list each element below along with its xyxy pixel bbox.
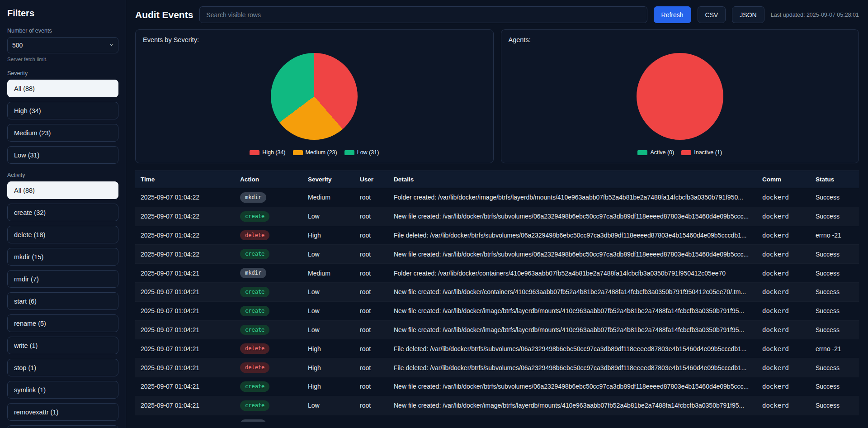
filter-activity-start-6[interactable]: start (6) (7, 292, 118, 310)
filter-severity-all-88[interactable]: All (88) (7, 80, 118, 97)
filter-severity-medium-23[interactable]: Medium (23) (7, 124, 118, 142)
cell-action: create (235, 396, 302, 415)
cell-comm: dockerd (757, 245, 810, 264)
action-badge: create (240, 325, 269, 335)
legend-label: Active (0) (650, 149, 674, 156)
cell-status: Success (810, 415, 859, 422)
json-export-button[interactable]: JSON (732, 6, 764, 23)
number-of-events-help: Server fetch limit. (7, 57, 118, 62)
filter-activity-symlink-1[interactable]: symlink (1) (7, 381, 118, 399)
column-header-action: Action (235, 171, 302, 188)
cell-status: Success (810, 282, 859, 301)
table-row: 2025-09-07 01:04:21createLowrootNew file… (135, 396, 859, 415)
filter-activity-stop-1[interactable]: stop (1) (7, 359, 118, 376)
filter-activity-create-32[interactable]: create (32) (7, 204, 118, 221)
action-badge: delete (240, 362, 269, 373)
main-content: Audit Events Refresh CSV JSON Last updat… (126, 0, 868, 428)
agents-chart-title: Agents: (509, 36, 852, 43)
cell-action: delete (235, 226, 302, 245)
legend-swatch (293, 150, 303, 155)
column-header-time: Time (135, 171, 235, 188)
filter-activity-all-88[interactable]: All (88) (7, 181, 118, 199)
filter-activity-setxattr-1[interactable]: setxattr (1) (7, 425, 118, 428)
cell-severity: Low (302, 301, 354, 320)
action-badge: create (240, 211, 269, 222)
cell-severity: High (302, 339, 354, 358)
cell-severity: Low (302, 396, 354, 415)
filter-activity-delete-18[interactable]: delete (18) (7, 226, 118, 243)
cell-details: New file created: /var/lib/docker/btrfs/… (388, 207, 757, 226)
cell-details: Folder created: /var/lib/docker/btrfs/su… (388, 415, 757, 422)
charts-row: Events by Severity: High (34)Medium (23)… (135, 29, 859, 163)
cell-action: create (235, 320, 302, 339)
cell-time: 2025-09-07 01:04:21 (135, 415, 235, 422)
table-row: 2025-09-07 01:04:21createLowrootNew file… (135, 282, 859, 301)
filter-severity-high-34[interactable]: High (34) (7, 102, 118, 119)
cell-user: root (354, 377, 388, 396)
column-header-severity: Severity (302, 171, 354, 188)
action-badge: delete (240, 343, 269, 354)
refresh-button[interactable]: Refresh (654, 6, 691, 23)
last-updated-text: Last updated: 2025-09-07 05:28:01 (771, 12, 859, 18)
cell-status: Success (810, 188, 859, 207)
number-of-events-select[interactable]: 500 (7, 37, 118, 53)
cell-severity: High (302, 358, 354, 377)
legend-swatch (250, 150, 259, 155)
action-badge: create (240, 287, 269, 297)
cell-comm: dockerd (757, 264, 810, 283)
cell-user: root (354, 188, 388, 207)
cell-user: root (354, 207, 388, 226)
legend-label: Medium (23) (306, 149, 337, 156)
severity-pie-area (143, 43, 486, 149)
cell-severity: Low (302, 245, 354, 264)
legend-swatch (344, 150, 354, 155)
cell-comm: dockerd (757, 320, 810, 339)
severity-chart-card: Events by Severity: High (34)Medium (23)… (135, 29, 494, 163)
cell-severity: Medium (302, 264, 354, 283)
cell-details: New file created: /var/lib/docker/image/… (388, 396, 757, 415)
cell-status: Success (810, 396, 859, 415)
filter-activity-rename-5[interactable]: rename (5) (7, 314, 118, 332)
cell-action: delete (235, 339, 302, 358)
filter-activity-mkdir-15[interactable]: mkdir (15) (7, 248, 118, 266)
table-row: 2025-09-07 01:04:22mkdirMediumrootFolder… (135, 188, 859, 207)
cell-time: 2025-09-07 01:04:21 (135, 339, 235, 358)
filter-severity-low-31[interactable]: Low (31) (7, 146, 118, 164)
column-header-user: User (354, 171, 388, 188)
cell-severity: Low (302, 320, 354, 339)
action-badge: mkdir (240, 268, 266, 278)
cell-severity: Medium (302, 188, 354, 207)
cell-user: root (354, 320, 388, 339)
page-title: Audit Events (135, 10, 193, 20)
cell-status: Success (810, 377, 859, 396)
legend-label: High (34) (262, 149, 285, 156)
table-row: 2025-09-07 01:04:21createLowrootNew file… (135, 301, 859, 320)
cell-severity: Low (302, 207, 354, 226)
cell-time: 2025-09-07 01:04:21 (135, 358, 235, 377)
filter-activity-rmdir-7[interactable]: rmdir (7) (7, 270, 118, 288)
cell-action: create (235, 207, 302, 226)
filter-activity-write-1[interactable]: write (1) (7, 337, 118, 354)
legend-item-medium-23: Medium (23) (293, 149, 337, 156)
cell-time: 2025-09-07 01:04:21 (135, 320, 235, 339)
agents-pie-area (509, 43, 852, 149)
legend-label: Low (31) (357, 149, 379, 156)
cell-action: create (235, 245, 302, 264)
legend-swatch (637, 150, 647, 155)
action-badge: mkdir (240, 419, 266, 422)
cell-time: 2025-09-07 01:04:21 (135, 377, 235, 396)
cell-comm: dockerd (757, 188, 810, 207)
cell-comm: dockerd (757, 226, 810, 245)
search-input[interactable] (199, 6, 647, 23)
cell-user: root (354, 282, 388, 301)
cell-time: 2025-09-07 01:04:21 (135, 264, 235, 283)
events-table: TimeActionSeverityUserDetailsCommStatus … (135, 171, 859, 422)
cell-severity: Medium (302, 415, 354, 422)
filter-activity-removexattr-1[interactable]: removexattr (1) (7, 403, 118, 421)
table-row: 2025-09-07 01:04:22deleteHighrootFile de… (135, 226, 859, 245)
cell-action: delete (235, 358, 302, 377)
table-header-row: TimeActionSeverityUserDetailsCommStatus (135, 171, 859, 188)
table-row: 2025-09-07 01:04:21createLowrootNew file… (135, 320, 859, 339)
csv-export-button[interactable]: CSV (698, 6, 726, 23)
cell-status: Success (810, 245, 859, 264)
